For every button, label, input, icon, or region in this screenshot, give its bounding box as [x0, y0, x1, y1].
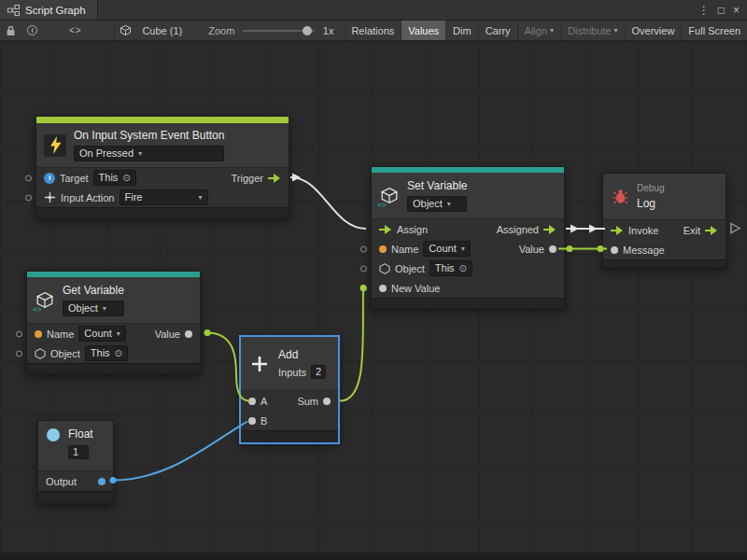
assigned-port-icon[interactable] — [543, 225, 557, 234]
name-input-port[interactable] — [360, 245, 367, 252]
cube-object-icon — [114, 21, 137, 40]
inputs-count-field[interactable]: 2 — [311, 365, 326, 379]
full-screen-button[interactable]: Full Screen — [681, 21, 747, 40]
hexagon-icon — [379, 263, 390, 274]
zoom-slider-handle[interactable] — [303, 26, 312, 35]
node-title: Add — [278, 348, 326, 361]
node-get-variable[interactable]: <> Get Variable Object ▾ Name Count ▾ — [26, 271, 201, 374]
variable-kind-dropdown[interactable]: Object ▾ — [63, 301, 124, 316]
inputs-count-value: 2 — [316, 366, 321, 378]
carry-button[interactable]: Carry — [478, 21, 517, 40]
object-row: Object This ⊙ — [372, 259, 564, 278]
inputs-label: Inputs — [278, 367, 306, 378]
lock-button[interactable] — [0, 21, 21, 40]
new-value-port-dot[interactable] — [379, 285, 387, 292]
name-port-dot[interactable] — [379, 245, 387, 253]
name-value: Count — [429, 243, 456, 255]
node-footer — [38, 491, 113, 503]
assign-port-icon[interactable] — [379, 225, 392, 234]
invoke-port-icon[interactable] — [611, 226, 624, 235]
object-breadcrumb[interactable]: Cube (1) — [137, 25, 187, 36]
event-mode-dropdown[interactable]: On Pressed ▾ — [74, 146, 224, 161]
value-label: Value — [155, 329, 180, 340]
lightning-bolt-icon — [44, 134, 66, 157]
chevron-down-icon: ▾ — [614, 27, 618, 35]
name-port-dot[interactable] — [35, 330, 42, 338]
input-action-dropdown[interactable]: Fire ▾ — [120, 189, 208, 205]
distribute-button[interactable]: Distribute ▾ — [560, 21, 624, 40]
align-label: Align — [525, 25, 547, 36]
toolbar-buttons: Relations Values Dim Carry Align ▾ Distr… — [344, 21, 747, 40]
name-row: Name Count ▾ Value — [27, 324, 200, 343]
output-port-dot[interactable] — [98, 478, 106, 485]
variable-cube-icon: <> — [35, 290, 55, 311]
node-on-input-system-event-button[interactable]: On Input System Event Button On Pressed … — [35, 116, 289, 218]
object-value: This — [91, 347, 110, 359]
value-output-port[interactable] — [549, 245, 557, 253]
node-title: On Input System Event Button — [74, 129, 224, 142]
hexagon-icon — [35, 348, 46, 359]
message-row: Message — [603, 240, 726, 259]
target-value: This — [99, 172, 119, 184]
zoom-slider[interactable] — [243, 30, 314, 32]
name-dropdown[interactable]: Count ▾ — [78, 326, 125, 342]
node-set-variable[interactable]: <> Set Variable Object ▾ Assign Assigned — [371, 166, 565, 309]
align-button[interactable]: Align ▾ — [517, 21, 560, 40]
graph-icon — [7, 5, 20, 16]
script-graph-window: Script Graph ⋮ □ × i <> Cube (1) Zoom — [0, 0, 747, 560]
distribute-label: Distribute — [568, 25, 611, 36]
inspect-button[interactable]: i — [21, 21, 43, 40]
exit-port-icon[interactable] — [705, 226, 718, 235]
chevron-down-icon: ▾ — [461, 245, 465, 253]
variable-kind-dropdown[interactable]: Object ▾ — [407, 196, 467, 212]
float-value-field[interactable]: 1 — [68, 445, 89, 459]
value-output-port[interactable] — [185, 330, 192, 338]
target-label: Target — [60, 173, 89, 184]
chevron-down-icon: ▾ — [138, 150, 142, 158]
object-input-port[interactable] — [16, 350, 22, 357]
trigger-port-icon[interactable] — [268, 174, 281, 183]
code-view-button[interactable]: <> — [63, 21, 88, 40]
titlebar: Script Graph ⋮ □ × — [0, 0, 747, 21]
b-port-dot[interactable] — [248, 417, 256, 425]
relations-button[interactable]: Relations — [344, 21, 401, 40]
overview-button[interactable]: Overview — [625, 21, 682, 40]
object-picker-icon: ⊙ — [115, 347, 122, 359]
dim-button[interactable]: Dim — [445, 21, 478, 40]
node-float[interactable]: Float 1 Output — [37, 420, 114, 504]
object-picker-icon: ⊙ — [122, 172, 130, 184]
node-category: Debug — [637, 183, 664, 193]
trigger-label: Trigger — [232, 173, 263, 184]
object-label: Object — [395, 263, 425, 274]
name-dropdown[interactable]: Count ▾ — [423, 241, 470, 257]
close-icon[interactable]: × — [733, 4, 740, 17]
node-title: Float — [68, 427, 93, 441]
assign-label: Assign — [397, 224, 428, 235]
new-value-row: New Value — [372, 278, 564, 298]
node-debug-log[interactable]: Debug Log Invoke Exit Message — [602, 173, 726, 268]
new-value-input-port[interactable] — [360, 285, 367, 291]
input-action-icon — [44, 191, 56, 203]
object-value-chip[interactable]: This ⊙ — [430, 260, 472, 276]
code-icon: <> — [69, 25, 82, 35]
object-value-chip[interactable]: This ⊙ — [85, 345, 128, 361]
object-input-port[interactable] — [360, 265, 367, 272]
input-action-value: Fire — [125, 191, 143, 203]
menu-kebab-icon[interactable]: ⋮ — [698, 4, 710, 17]
assigned-label: Assigned — [497, 224, 539, 235]
tab-script-graph[interactable]: Script Graph — [0, 0, 98, 20]
target-input-port[interactable] — [25, 175, 32, 181]
maximize-icon[interactable]: □ — [718, 4, 725, 17]
node-add[interactable]: Add Inputs 2 A Sum B — [240, 336, 339, 443]
sum-output-port[interactable] — [323, 398, 331, 405]
target-type-icon: i — [44, 173, 55, 184]
a-port-dot[interactable] — [248, 398, 256, 405]
a-label: A — [261, 396, 267, 407]
message-port-dot[interactable] — [611, 246, 618, 254]
input-action-port[interactable] — [25, 194, 32, 201]
target-value-chip[interactable]: This ⊙ — [93, 170, 136, 186]
values-button[interactable]: Values — [401, 21, 445, 40]
input-action-row: Input Action Fire ▾ — [36, 188, 289, 207]
node-title: Set Variable — [407, 179, 467, 192]
name-input-port[interactable] — [16, 330, 22, 337]
